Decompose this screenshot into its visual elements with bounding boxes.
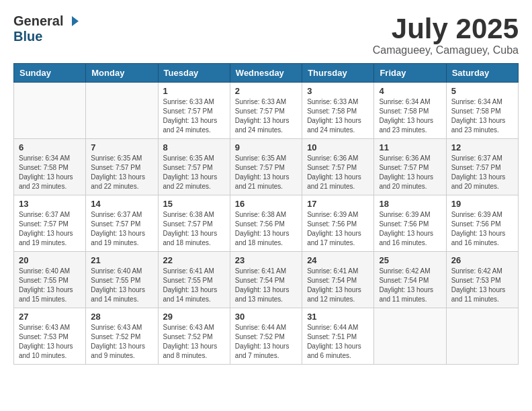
- calendar-cell: 29Sunrise: 6:43 AM Sunset: 7:52 PM Dayli…: [158, 308, 230, 365]
- calendar-cell: 21Sunrise: 6:40 AM Sunset: 7:55 PM Dayli…: [86, 252, 158, 308]
- weekday-header: Friday: [374, 64, 446, 83]
- day-info: Sunrise: 6:36 AM Sunset: 7:57 PM Dayligh…: [379, 154, 441, 191]
- page-header: General Blue July 2025 Camagueey, Camagu…: [13, 13, 519, 56]
- weekday-header: Saturday: [446, 64, 518, 83]
- day-number: 10: [307, 142, 369, 152]
- day-info: Sunrise: 6:40 AM Sunset: 7:55 PM Dayligh…: [19, 267, 81, 304]
- calendar-cell: 13Sunrise: 6:37 AM Sunset: 7:57 PM Dayli…: [14, 195, 86, 252]
- day-info: Sunrise: 6:39 AM Sunset: 7:56 PM Dayligh…: [379, 210, 441, 248]
- day-number: 3: [307, 86, 369, 96]
- day-info: Sunrise: 6:34 AM Sunset: 7:58 PM Dayligh…: [379, 97, 441, 135]
- day-number: 13: [19, 199, 81, 209]
- day-info: Sunrise: 6:37 AM Sunset: 7:57 PM Dayligh…: [451, 154, 513, 191]
- day-info: Sunrise: 6:33 AM Sunset: 7:57 PM Dayligh…: [235, 97, 297, 135]
- day-info: Sunrise: 6:44 AM Sunset: 7:52 PM Dayligh…: [235, 323, 297, 361]
- calendar-cell: 31Sunrise: 6:44 AM Sunset: 7:51 PM Dayli…: [302, 308, 374, 365]
- day-info: Sunrise: 6:39 AM Sunset: 7:56 PM Dayligh…: [451, 210, 513, 248]
- calendar-cell: 10Sunrise: 6:36 AM Sunset: 7:57 PM Dayli…: [302, 139, 374, 195]
- logo-blue-text: Blue: [13, 29, 79, 44]
- weekday-header: Tuesday: [158, 64, 230, 83]
- day-info: Sunrise: 6:34 AM Sunset: 7:58 PM Dayligh…: [451, 97, 513, 135]
- calendar-cell: 5Sunrise: 6:34 AM Sunset: 7:58 PM Daylig…: [446, 83, 518, 139]
- day-number: 23: [235, 255, 297, 265]
- day-number: 25: [379, 255, 441, 265]
- day-number: 28: [91, 312, 152, 322]
- weekday-header: Thursday: [302, 64, 374, 83]
- day-number: 27: [19, 312, 81, 322]
- calendar-cell: 30Sunrise: 6:44 AM Sunset: 7:52 PM Dayli…: [230, 308, 302, 365]
- calendar-cell: 14Sunrise: 6:37 AM Sunset: 7:57 PM Dayli…: [86, 195, 158, 252]
- calendar-cell: 22Sunrise: 6:41 AM Sunset: 7:55 PM Dayli…: [158, 252, 230, 308]
- day-info: Sunrise: 6:37 AM Sunset: 7:57 PM Dayligh…: [91, 210, 152, 248]
- location-subtitle: Camagueey, Camaguey, Cuba: [373, 44, 519, 56]
- day-info: Sunrise: 6:37 AM Sunset: 7:57 PM Dayligh…: [19, 210, 81, 248]
- day-info: Sunrise: 6:36 AM Sunset: 7:57 PM Dayligh…: [307, 154, 369, 191]
- weekday-header: Sunday: [14, 64, 86, 83]
- calendar-cell: [446, 308, 518, 365]
- day-info: Sunrise: 6:41 AM Sunset: 7:54 PM Dayligh…: [307, 267, 369, 304]
- calendar-cell: 25Sunrise: 6:42 AM Sunset: 7:54 PM Dayli…: [374, 252, 446, 308]
- day-info: Sunrise: 6:34 AM Sunset: 7:58 PM Dayligh…: [19, 154, 81, 191]
- day-number: 12: [451, 142, 513, 152]
- day-number: 5: [451, 86, 513, 96]
- svg-marker-0: [72, 16, 79, 26]
- day-info: Sunrise: 6:33 AM Sunset: 7:58 PM Dayligh…: [307, 97, 369, 135]
- day-number: 8: [163, 142, 225, 152]
- logo: General Blue: [13, 13, 79, 44]
- day-number: 24: [307, 255, 369, 265]
- day-info: Sunrise: 6:38 AM Sunset: 7:56 PM Dayligh…: [235, 210, 297, 248]
- day-number: 20: [19, 255, 81, 265]
- calendar-cell: 19Sunrise: 6:39 AM Sunset: 7:56 PM Dayli…: [446, 195, 518, 252]
- day-info: Sunrise: 6:40 AM Sunset: 7:55 PM Dayligh…: [91, 267, 152, 304]
- calendar-cell: 1Sunrise: 6:33 AM Sunset: 7:57 PM Daylig…: [158, 83, 230, 139]
- day-number: 2: [235, 86, 297, 96]
- calendar-cell: 27Sunrise: 6:43 AM Sunset: 7:53 PM Dayli…: [14, 308, 86, 365]
- calendar-cell: 9Sunrise: 6:35 AM Sunset: 7:57 PM Daylig…: [230, 139, 302, 195]
- logo-general-text: General: [13, 13, 63, 29]
- day-info: Sunrise: 6:41 AM Sunset: 7:55 PM Dayligh…: [163, 267, 225, 304]
- day-info: Sunrise: 6:43 AM Sunset: 7:52 PM Dayligh…: [91, 323, 152, 361]
- calendar-cell: 17Sunrise: 6:39 AM Sunset: 7:56 PM Dayli…: [302, 195, 374, 252]
- calendar-cell: 23Sunrise: 6:41 AM Sunset: 7:54 PM Dayli…: [230, 252, 302, 308]
- day-info: Sunrise: 6:38 AM Sunset: 7:57 PM Dayligh…: [163, 210, 225, 248]
- day-number: 11: [379, 142, 441, 152]
- calendar-cell: [86, 83, 158, 139]
- day-info: Sunrise: 6:42 AM Sunset: 7:53 PM Dayligh…: [451, 267, 513, 304]
- calendar-cell: 2Sunrise: 6:33 AM Sunset: 7:57 PM Daylig…: [230, 83, 302, 139]
- day-number: 30: [235, 312, 297, 322]
- day-info: Sunrise: 6:35 AM Sunset: 7:57 PM Dayligh…: [91, 154, 152, 191]
- day-number: 7: [91, 142, 152, 152]
- calendar-cell: 18Sunrise: 6:39 AM Sunset: 7:56 PM Dayli…: [374, 195, 446, 252]
- calendar-table: SundayMondayTuesdayWednesdayThursdayFrid…: [13, 63, 519, 365]
- calendar-cell: 15Sunrise: 6:38 AM Sunset: 7:57 PM Dayli…: [158, 195, 230, 252]
- day-info: Sunrise: 6:35 AM Sunset: 7:57 PM Dayligh…: [235, 154, 297, 191]
- day-number: 17: [307, 199, 369, 209]
- day-number: 21: [91, 255, 152, 265]
- title-block: July 2025 Camagueey, Camaguey, Cuba: [373, 13, 519, 56]
- calendar-cell: 12Sunrise: 6:37 AM Sunset: 7:57 PM Dayli…: [446, 139, 518, 195]
- weekday-header: Monday: [86, 64, 158, 83]
- calendar-cell: 16Sunrise: 6:38 AM Sunset: 7:56 PM Dayli…: [230, 195, 302, 252]
- day-number: 29: [163, 312, 225, 322]
- calendar-cell: 28Sunrise: 6:43 AM Sunset: 7:52 PM Dayli…: [86, 308, 158, 365]
- weekday-header: Wednesday: [230, 64, 302, 83]
- day-number: 16: [235, 199, 297, 209]
- day-number: 14: [91, 199, 152, 209]
- calendar-cell: 20Sunrise: 6:40 AM Sunset: 7:55 PM Dayli…: [14, 252, 86, 308]
- day-number: 6: [19, 142, 81, 152]
- day-info: Sunrise: 6:44 AM Sunset: 7:51 PM Dayligh…: [307, 323, 369, 361]
- calendar-cell: [14, 83, 86, 139]
- day-number: 26: [451, 255, 513, 265]
- calendar-cell: 6Sunrise: 6:34 AM Sunset: 7:58 PM Daylig…: [14, 139, 86, 195]
- calendar-cell: 4Sunrise: 6:34 AM Sunset: 7:58 PM Daylig…: [374, 83, 446, 139]
- month-title: July 2025: [373, 13, 519, 44]
- day-info: Sunrise: 6:43 AM Sunset: 7:53 PM Dayligh…: [19, 323, 81, 361]
- calendar-cell: 11Sunrise: 6:36 AM Sunset: 7:57 PM Dayli…: [374, 139, 446, 195]
- day-number: 22: [163, 255, 225, 265]
- logo-flag-icon: [65, 16, 79, 26]
- day-info: Sunrise: 6:39 AM Sunset: 7:56 PM Dayligh…: [307, 210, 369, 248]
- day-info: Sunrise: 6:43 AM Sunset: 7:52 PM Dayligh…: [163, 323, 225, 361]
- day-number: 19: [451, 199, 513, 209]
- day-info: Sunrise: 6:33 AM Sunset: 7:57 PM Dayligh…: [163, 97, 225, 135]
- day-info: Sunrise: 6:41 AM Sunset: 7:54 PM Dayligh…: [235, 267, 297, 304]
